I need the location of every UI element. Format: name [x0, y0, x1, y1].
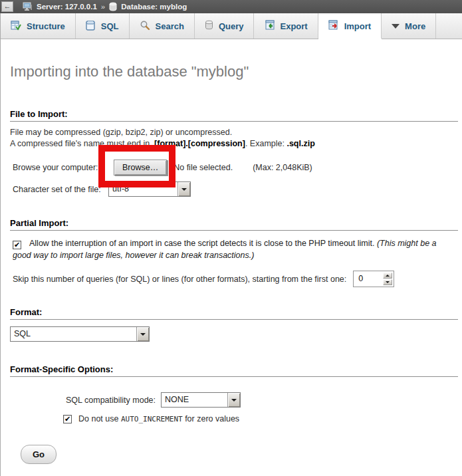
tab-query[interactable]: Query — [195, 13, 255, 39]
import-icon — [328, 20, 339, 33]
allow-interruption-row: ✔Allow the interruption of an import in … — [10, 237, 453, 261]
server-icon — [23, 2, 33, 11]
tab-export[interactable]: Export — [254, 13, 318, 39]
tabbar-filler — [436, 13, 462, 39]
dropdown-arrow-icon[interactable] — [177, 182, 190, 196]
browse-row: Browse your computer: Browse… No file se… — [10, 159, 458, 176]
spinner-down-button[interactable] — [383, 279, 392, 285]
dropdown-arrow-icon[interactable] — [227, 393, 240, 407]
tab-label: Search — [156, 21, 184, 31]
back-arrow-button[interactable]: ← — [1, 1, 13, 12]
skip-queries-row: Skip this number of queries (for SQL) or… — [10, 271, 458, 287]
go-button[interactable]: Go — [21, 445, 57, 464]
tab-bar: Structure SQL Search Query Export — [1, 13, 462, 39]
charset-select[interactable]: utf-8 — [108, 181, 191, 197]
no-file-selected-text: No file selected. — [173, 163, 233, 172]
sql-compatibility-label: SQL compatibility mode: — [66, 396, 156, 405]
sql-icon — [86, 20, 96, 33]
max-size-note: (Max: 2,048KiB) — [253, 163, 312, 172]
chevron-down-icon — [392, 24, 400, 29]
tab-more[interactable]: More — [382, 13, 436, 39]
section-format-specific-options: Format-Specific Options: — [10, 364, 458, 377]
skip-queries-value: 0 — [354, 271, 382, 287]
tab-label: More — [405, 21, 425, 31]
page-frame: Structure SQL Search Query Export — [0, 13, 462, 476]
sql-compatibility-row: SQL compatibility mode: NONE — [10, 392, 458, 408]
tab-search[interactable]: Search — [130, 13, 195, 39]
query-icon — [205, 20, 213, 32]
search-icon — [140, 20, 150, 33]
browse-label: Browse your computer: — [13, 163, 114, 172]
tab-label: Export — [280, 21, 307, 31]
tab-structure[interactable]: Structure — [1, 13, 76, 39]
tab-import[interactable]: Import — [318, 13, 382, 39]
tab-label: Query — [219, 21, 244, 31]
skip-queries-label: Skip this number of queries (for SQL) or… — [13, 275, 346, 284]
auto-increment-row: ✔ Do not use AUTO_INCREMENT for zero val… — [10, 414, 458, 423]
tab-sql[interactable]: SQL — [76, 13, 130, 39]
breadcrumb-separator: » — [101, 3, 105, 11]
allow-interruption-label: Allow the interruption of an import in c… — [29, 239, 377, 248]
browse-button[interactable]: Browse… — [114, 160, 167, 176]
import-page: Importing into the database "myblog" Fil… — [1, 62, 462, 464]
section-format: Format: — [10, 307, 458, 320]
skip-queries-input[interactable]: 0 — [353, 271, 394, 287]
filename-rule-line: A compressed file's name must end in .[f… — [10, 138, 458, 150]
format-select[interactable]: SQL — [10, 326, 150, 342]
charset-label: Character set of the file: — [13, 185, 108, 194]
structure-icon — [11, 20, 21, 33]
auto-increment-checkbox[interactable]: ✔ — [63, 415, 72, 423]
breadcrumb-database[interactable]: Database: myblog — [121, 3, 187, 11]
breadcrumb-bar: ← Server: 127.0.0.1 » Database: myblog — [0, 0, 462, 13]
file-import-help: File may be compressed (gzip, bzip2, zip… — [10, 127, 458, 150]
spinner-up-button[interactable] — [383, 273, 392, 279]
format-value: SQL — [11, 327, 136, 341]
section-file-to-import: File to Import: — [10, 109, 458, 122]
export-icon — [264, 20, 275, 33]
sql-compatibility-select[interactable]: NONE — [161, 392, 241, 408]
tab-label: Structure — [27, 21, 65, 31]
section-partial-import: Partial Import: — [10, 218, 458, 231]
sql-compatibility-value: NONE — [162, 393, 227, 407]
auto-increment-label: Do not use AUTO_INCREMENT for zero value… — [78, 414, 239, 423]
charset-row: Character set of the file: utf-8 — [10, 181, 458, 197]
allow-interruption-checkbox[interactable]: ✔ — [13, 241, 21, 249]
tab-label: SQL — [101, 21, 119, 31]
charset-value: utf-8 — [109, 182, 177, 196]
dropdown-arrow-icon[interactable] — [136, 327, 149, 341]
page-title: Importing into the database "myblog" — [10, 62, 458, 80]
breadcrumb-server[interactable]: Server: 127.0.0.1 — [37, 3, 97, 11]
number-spinner — [382, 271, 394, 287]
database-icon — [109, 2, 117, 11]
compression-line: File may be compressed (gzip, bzip2, zip… — [10, 127, 458, 138]
tab-label: Import — [344, 21, 371, 31]
